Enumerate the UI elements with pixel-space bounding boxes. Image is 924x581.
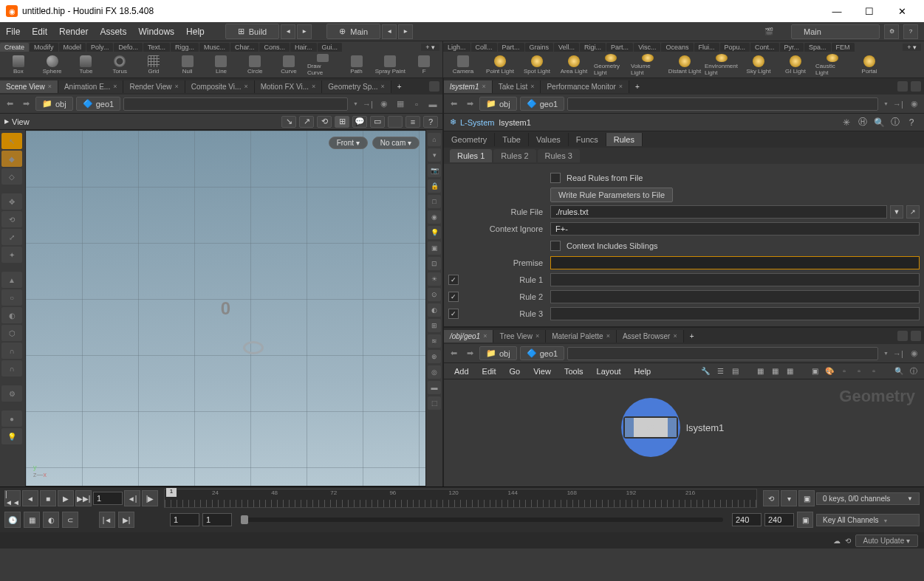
shelf-tab-particles[interactable]: Part... — [498, 43, 524, 52]
rule3-enable[interactable]: ✓ — [448, 309, 459, 319]
parm-tab-values[interactable]: Values — [529, 133, 569, 146]
scope-icon[interactable]: ▣ — [798, 490, 815, 506]
shelf-tool-distantlight[interactable]: Distant Light — [668, 54, 702, 76]
shelf-add-button[interactable]: + ▾ — [421, 44, 439, 51]
net-tab-geo[interactable]: /obj/geo1× — [444, 330, 493, 343]
refresh-icon[interactable]: ⟲ — [845, 537, 851, 545]
net-tool-f[interactable]: ▣ — [809, 365, 821, 377]
minimize-button[interactable]: — — [821, 1, 853, 21]
shelf-tool-drawcurve[interactable]: Draw Curve — [307, 54, 338, 76]
tab-lsystem[interactable]: lsystem1× — [444, 80, 493, 93]
nav-back-button[interactable]: ⬅ — [3, 97, 16, 111]
tool-a[interactable]: ▲ — [1, 272, 22, 288]
parm-info-icon[interactable]: ⓘ — [889, 117, 902, 128]
menu-help[interactable]: Help — [180, 24, 211, 40]
parm-fwd[interactable]: ➡ — [463, 97, 476, 111]
shelf-tool-skylight[interactable]: Sky Light — [742, 54, 776, 76]
auto-update-button[interactable]: Auto Update ▾ — [855, 534, 918, 547]
viewport-nocam-label[interactable]: No cam ▾ — [372, 137, 420, 149]
net-path-geo[interactable]: 🔷 geo1 — [520, 346, 564, 360]
network-node[interactable]: ❄ lsystem1 — [621, 398, 724, 457]
tl2-b[interactable]: ▦ — [24, 512, 40, 528]
net-info-icon[interactable]: ⓘ — [908, 365, 920, 377]
rule-file-drop[interactable]: ▼ — [890, 205, 903, 219]
shelf-tab-poly[interactable]: Poly... — [86, 43, 113, 52]
gear-tool[interactable]: ⚙ — [1, 385, 22, 402]
opt1-icon[interactable]: ▦ — [394, 97, 407, 111]
play-last-button[interactable]: ▶▶| — [75, 490, 92, 506]
tab-motion-fx[interactable]: Motion FX Vi...× — [255, 80, 323, 93]
read-rules-check[interactable] — [550, 173, 561, 183]
shelf-tool-gilight[interactable]: GI Light — [778, 54, 812, 76]
parm-help-icon[interactable]: ? — [905, 117, 918, 128]
net-tool-wrench[interactable]: 🔧 — [699, 365, 711, 377]
disp-home[interactable]: ⌂ — [428, 133, 441, 146]
net-pane-opt2[interactable] — [911, 331, 921, 341]
parm-h-icon[interactable]: Ⓗ — [856, 117, 869, 128]
disp-k[interactable]: ⊕ — [428, 350, 441, 363]
shelf-tab-create[interactable]: Create — [0, 43, 29, 52]
net-tool-a[interactable]: ☰ — [714, 365, 726, 377]
step-fwd-button[interactable]: |▶ — [142, 490, 158, 506]
parm-back[interactable]: ⬅ — [447, 97, 460, 111]
tool-d[interactable]: ⬡ — [1, 325, 22, 341]
path-input[interactable] — [123, 97, 348, 111]
premise-input[interactable] — [550, 256, 920, 269]
tab-composite-view[interactable]: Composite Vi...× — [185, 80, 255, 93]
help-icon[interactable]: ? — [903, 24, 918, 39]
viewport-opts-icon[interactable]: ≡ — [405, 116, 420, 128]
disp-g[interactable]: ⊙ — [428, 288, 441, 301]
net-target[interactable]: ◉ — [908, 347, 921, 360]
parm-gear-icon[interactable]: ✳ — [840, 117, 853, 128]
shelf-tab-texture[interactable]: Text... — [143, 43, 170, 52]
net-menu-tools[interactable]: Tools — [558, 365, 589, 377]
disp-n[interactable]: ⬚ — [428, 396, 441, 410]
rule2-enable[interactable]: ✓ — [448, 292, 459, 302]
parm-tab-tube[interactable]: Tube — [495, 133, 529, 146]
opt3-icon[interactable]: ▬ — [426, 97, 439, 111]
net-tab-tree[interactable]: Tree View× — [493, 330, 546, 343]
timeline-ruler[interactable]: 1 24 48 72 96 120 144 168 192 216 — [164, 489, 757, 508]
net-tool-b[interactable]: ▤ — [729, 365, 741, 377]
scope2-icon[interactable]: ▣ — [797, 512, 813, 528]
snap-icon[interactable]: ↘ — [281, 116, 296, 128]
target-icon[interactable]: ◉ — [377, 97, 391, 111]
shelf-tab-hair[interactable]: Hair... — [290, 43, 317, 52]
rule-file-input[interactable] — [550, 205, 887, 219]
viewport-front-label[interactable]: Front ▾ — [329, 137, 368, 149]
shelf-tool-spraypaint[interactable]: Spray Paint — [374, 54, 405, 76]
main-prev-button[interactable]: ◄ — [382, 24, 397, 39]
net-fwd[interactable]: ➡ — [463, 347, 476, 360]
disp-l[interactable]: ◎ — [428, 365, 441, 379]
net-tab-asset[interactable]: Asset Browser× — [617, 330, 684, 343]
range-start-input[interactable] — [170, 513, 199, 526]
keys-indicator[interactable]: 0 keys, 0/0 channels▼ — [816, 492, 920, 505]
rule1-enable[interactable]: ✓ — [448, 275, 459, 285]
context-siblings-check[interactable] — [550, 241, 561, 251]
parm-pin[interactable]: →| — [892, 97, 905, 111]
shelf-tab-populate[interactable]: Popu... — [720, 43, 750, 52]
shelf-tab-fluids[interactable]: Flui... — [694, 43, 719, 52]
shelf-tool-path[interactable]: Path — [341, 54, 372, 76]
range-start2-input[interactable] — [202, 513, 232, 526]
tl2-d[interactable]: ⊂ — [62, 512, 78, 528]
shelf-tab-deform[interactable]: Defo... — [114, 43, 143, 52]
shelf-tool-geomlight[interactable]: Geometry Light — [594, 54, 628, 76]
shelf-tab-characters[interactable]: Char... — [230, 43, 259, 52]
pin-icon[interactable]: →| — [361, 97, 374, 111]
shelf-tab-containers[interactable]: Cont... — [750, 43, 779, 52]
net-menu-add[interactable]: Add — [448, 365, 475, 377]
shelf-tool-camera[interactable]: Camera — [446, 54, 480, 76]
context-ignore-input[interactable] — [550, 222, 920, 236]
shelf-tab-grains[interactable]: Grains — [525, 43, 554, 52]
cloud-icon[interactable]: ☁ — [833, 537, 841, 545]
parm-add-tab[interactable]: + — [629, 83, 646, 91]
menu-assets[interactable]: Assets — [94, 24, 132, 40]
opt2-icon[interactable]: ▫ — [410, 97, 423, 111]
subtab-rules3[interactable]: Rules 3 — [538, 149, 580, 162]
net-menu-go[interactable]: Go — [504, 365, 527, 377]
disp-lock[interactable]: 🔒 — [428, 179, 441, 193]
net-tool-e[interactable]: ▦ — [784, 365, 795, 377]
disp-opts[interactable]: ▾ — [428, 148, 441, 162]
rotate-tool[interactable]: ⟲ — [1, 211, 22, 227]
